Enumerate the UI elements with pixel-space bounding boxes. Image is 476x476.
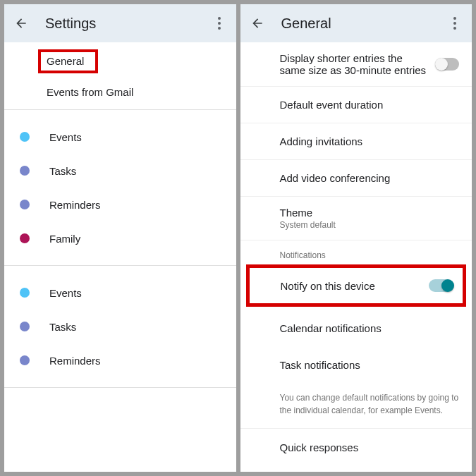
theme-label: Theme (280, 207, 451, 219)
reminders-item-2[interactable]: Reminders (4, 343, 236, 377)
setting-label: Default event duration (280, 99, 460, 111)
display-shorter-row[interactable]: Display shorter entries the same size as… (240, 42, 472, 87)
general-label: General (47, 55, 84, 67)
quick-responses-row[interactable]: Quick responses (240, 429, 472, 465)
item-label: Reminders (49, 199, 101, 211)
header-right: General (240, 4, 472, 42)
notifications-section-header: Notifications (240, 240, 472, 264)
events-item[interactable]: Events (4, 120, 236, 154)
general-section: General Events from Gmail (4, 42, 236, 110)
notify-device-row-highlight[interactable]: Notify on this device (246, 264, 467, 307)
tasks-item[interactable]: Tasks (4, 154, 236, 188)
theme-row[interactable]: Theme System default (240, 197, 472, 240)
calendar-dot-icon (20, 288, 30, 298)
default-duration-row[interactable]: Default event duration (240, 87, 472, 123)
item-label: Reminders (49, 355, 101, 367)
setting-label: Quick responses (280, 441, 460, 453)
back-arrow-icon[interactable] (13, 15, 30, 32)
item-label: Events (49, 287, 82, 299)
notify-device-label: Notify on this device (281, 280, 375, 292)
page-title: General (281, 16, 331, 32)
item-label: Tasks (49, 321, 76, 333)
setting-label: Adding invitations (280, 135, 460, 147)
calendar-dot-icon (20, 166, 30, 176)
back-arrow-icon[interactable] (249, 15, 266, 32)
setting-label: Add video conferencing (280, 172, 460, 184)
setting-label: Task notifications (280, 359, 460, 371)
calendar-dot-icon (20, 355, 30, 365)
adding-invitations-row[interactable]: Adding invitations (240, 123, 472, 160)
setting-label-wrapper: Theme System default (280, 207, 460, 230)
add-video-row[interactable]: Add video conferencing (240, 160, 472, 197)
item-label: Tasks (49, 165, 76, 177)
setting-label: Calendar notifications (280, 322, 460, 334)
calendar-notifications-row[interactable]: Calendar notifications (240, 310, 472, 346)
events-item-2[interactable]: Events (4, 276, 236, 310)
item-label: Family (49, 233, 80, 245)
calendar-group-2: Events Tasks Reminders (4, 266, 236, 388)
header-left: Settings (4, 4, 236, 42)
theme-value: System default (280, 220, 451, 230)
general-item-highlight[interactable]: General (38, 49, 98, 73)
display-shorter-toggle[interactable] (435, 58, 459, 71)
calendar-dot-icon (20, 322, 30, 331)
calendar-dot-icon (20, 200, 30, 209)
events-from-gmail-item[interactable]: Events from Gmail (4, 78, 236, 109)
calendar-dot-icon (20, 132, 30, 142)
page-title: Settings (45, 16, 96, 32)
settings-content: General Events from Gmail Events Tasks R… (4, 42, 236, 472)
task-notifications-row[interactable]: Task notifications (240, 346, 472, 383)
item-label: Events (49, 131, 82, 143)
calendar-dot-icon (20, 233, 30, 243)
family-item[interactable]: Family (4, 221, 236, 255)
setting-label: Display shorter entries the same size as… (280, 52, 436, 76)
notify-device-toggle[interactable] (429, 279, 453, 292)
notifications-info-text: You can change default notifications by … (240, 383, 472, 429)
tasks-item-2[interactable]: Tasks (4, 310, 236, 343)
general-content: Display shorter entries the same size as… (240, 42, 472, 472)
menu-dots-icon[interactable] (448, 15, 462, 32)
reminders-item[interactable]: Reminders (4, 188, 236, 221)
general-screen: General Display shorter entries the same… (240, 4, 472, 472)
settings-screen: Settings General Events from Gmail Event… (4, 4, 236, 472)
menu-dots-icon[interactable] (212, 15, 226, 32)
calendar-group-1: Events Tasks Reminders Family (4, 110, 236, 266)
